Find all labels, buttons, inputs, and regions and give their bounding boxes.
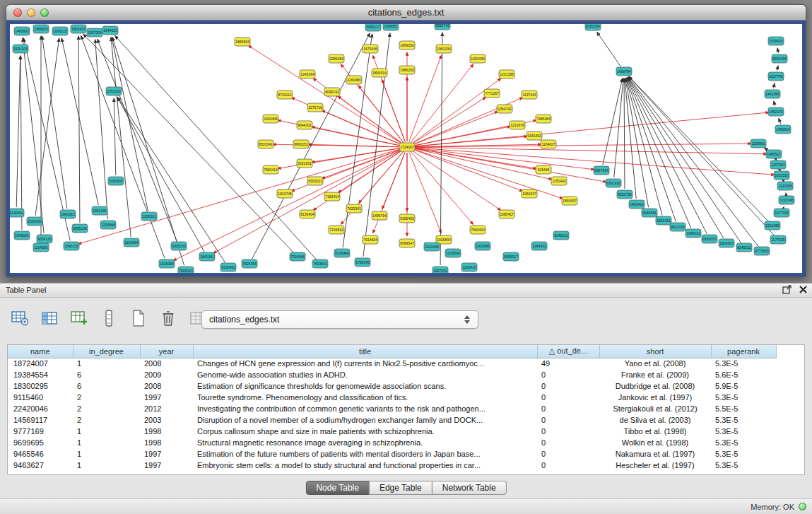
network-node[interactable]: 9227742 [768,72,784,81]
network-node[interactable]: 1669050 [399,41,415,49]
network-node[interactable]: 1177025 [770,235,786,244]
network-node[interactable]: 1852101 [656,216,671,225]
row-selector-icon[interactable] [99,309,119,327]
window-titlebar[interactable]: citations_edges.txt [6,5,806,21]
create-column-icon[interactable] [69,309,89,327]
table-mode-icon[interactable] [10,309,30,327]
network-node[interactable]: 1164627 [541,140,556,148]
network-node[interactable]: 1210676 [510,121,525,129]
network-node[interactable]: 6791918 [606,179,621,187]
network-node[interactable]: 9044301 [297,121,312,129]
network-node[interactable]: 2021831 [297,159,312,168]
network-node[interactable]: 1961230 [92,206,107,215]
network-node[interactable]: 8099742 [324,88,340,96]
network-node[interactable]: 1016095 [159,259,175,268]
network-node[interactable]: 1986250 [399,66,415,74]
network-node[interactable]: 1210305 [777,182,793,190]
network-node[interactable]: 7605013 [178,267,194,273]
network-node[interactable]: 1513445 [424,243,440,251]
network-node[interactable]: 7583404 [470,226,486,234]
network-node[interactable]: 2526065 [27,217,42,226]
table-row[interactable]: 1938455462009Genome-wide association stu… [8,369,776,380]
network-node[interactable]: 1841341 [199,252,215,261]
network-node[interactable]: 7625341 [346,204,362,213]
table-row[interactable]: 1830029562008Estimation of significance … [8,380,776,392]
column-header-out-degree[interactable]: △ out_de... [537,345,599,358]
network-node[interactable]: 1077033 [774,209,789,217]
network-node[interactable]: 8303021 [307,177,323,185]
network-node[interactable]: 915448 [536,165,551,174]
network-node[interactable]: 9054130 [37,235,52,243]
network-node[interactable]: 1924507 [719,239,734,247]
network-node[interactable]: 1207031 [770,160,786,169]
table-row[interactable]: 1456911722003Disruption of a novel membe… [8,414,776,426]
network-node[interactable]: 1963419 [629,200,645,209]
network-node[interactable]: 1094523 [686,229,701,238]
network-node[interactable]: 1019504 [445,249,461,257]
network-node[interactable]: 1679046 [363,45,378,53]
network-node[interactable]: 9046551 [642,209,657,217]
network-node[interactable]: 1221395 [499,70,514,78]
network-node[interactable]: 1453914 [775,125,791,134]
network-node[interactable]: 1044623 [102,26,118,35]
network-node[interactable]: 7503641 [312,259,328,268]
tab-node-table[interactable]: Node Table [305,481,370,495]
table-row[interactable]: 2242004622012Investigating the contribut… [8,403,776,414]
column-header-year[interactable]: year [140,345,193,358]
network-node[interactable]: 7153414 [324,192,340,201]
network-node[interactable]: 8181304 [585,24,601,30]
network-node[interactable]: 9552743 [435,24,450,30]
network-node[interactable]: 8136404 [300,210,315,218]
network-node[interactable]: 1210365 [765,221,780,230]
network-node[interactable]: 1927031 [433,267,448,273]
network-node[interactable]: 1823745 [277,189,293,198]
network-canvas-svg[interactable]: 1724067116462791544810549371085417758340… [10,24,802,273]
panel-splitter[interactable] [0,277,812,283]
table-row[interactable]: 946554611997Estimation of the future num… [8,448,776,460]
table-row[interactable]: 946362711997Embryonic stem cells: a mode… [8,460,776,471]
network-node[interactable]: 1890914 [372,69,387,77]
network-node[interactable]: 8245012 [736,243,752,252]
tab-edge-table[interactable]: Edge Table [369,481,433,495]
network-node[interactable]: 5905137 [365,24,381,31]
network-node[interactable]: 7485083 [536,115,551,123]
network-node[interactable]: 1159581 [751,139,766,148]
network-node[interactable]: 1669051 [383,24,399,30]
network-node[interactable]: 9154392 [526,132,542,140]
network-node[interactable]: 1085417 [499,210,514,218]
network-node[interactable]: 1104305 [33,243,49,252]
table-row[interactable]: 911546021997Tourette syndrome. Phenomeno… [8,392,776,403]
network-node[interactable]: 9130452 [220,263,236,271]
network-node[interactable]: 1590133 [64,242,79,250]
network-node[interactable]: 1802645 [475,242,490,250]
network-node[interactable]: 9120103 [13,45,28,53]
network-node[interactable]: 5905139 [72,224,88,233]
network-node[interactable]: 2286083 [329,54,344,63]
network-node[interactable]: 9245012 [553,231,569,240]
column-header-pagerank[interactable]: pagerank [711,345,776,358]
network-node[interactable]: 1420406 [263,115,278,123]
column-header-title[interactable]: title [193,345,537,358]
network-node[interactable]: 9599394 [772,54,787,63]
network-node[interactable]: 1724067 [399,143,415,151]
network-node[interactable]: 1942003 [14,231,30,240]
network-node[interactable]: 1841913 [60,210,76,218]
network-node[interactable]: 1668794 [616,67,632,76]
network-node[interactable]: 1441956 [765,90,780,98]
network-node[interactable]: 2160593 [108,177,124,185]
network-node[interactable]: 1452170 [768,107,784,116]
network-node[interactable]: 1203410 [461,263,477,271]
network-node[interactable]: 1468903 [14,27,30,35]
network-node[interactable]: 9165037 [702,235,717,243]
network-node[interactable]: 1758345 [355,258,370,267]
network-node[interactable]: 1550537 [562,197,577,205]
network-node[interactable]: 1031510 [774,171,789,180]
table-row[interactable]: 977716911998Corpus callosum shape and si… [8,426,776,437]
network-node[interactable]: 1197343 [522,90,537,99]
network-node[interactable]: 7625354 [242,259,257,268]
table-select-dropdown[interactable]: citations_edges.txt [201,310,478,329]
network-node[interactable]: 7234542 [329,226,344,234]
network-node[interactable]: 8533041 [258,140,273,148]
column-header-in-degree[interactable]: in_degree [73,345,140,358]
network-node[interactable]: 3275716 [307,103,323,112]
